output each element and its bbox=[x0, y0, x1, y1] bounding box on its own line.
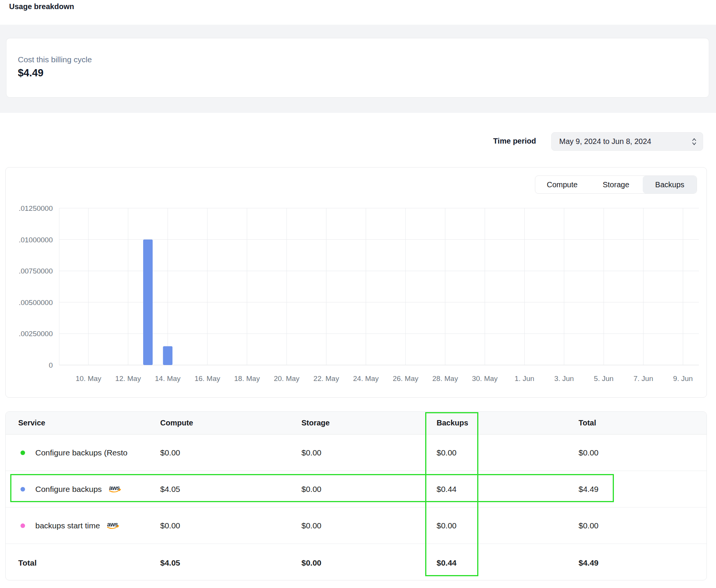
service-name: Configure backups bbox=[35, 485, 102, 494]
svg-text:aws: aws bbox=[109, 485, 120, 491]
x-axis-tick-label: 18. May bbox=[234, 375, 260, 383]
table-header-row: ServiceComputeStorageBackupsTotal bbox=[6, 412, 707, 435]
cell-backups: $0.44 bbox=[437, 471, 457, 507]
y-axis-tick-label: .00750000 bbox=[19, 267, 53, 275]
column-header-total: Total bbox=[579, 412, 596, 434]
billing-summary-card: Cost this billing cycle $4.49 bbox=[6, 38, 709, 98]
cell-total: $0.00 bbox=[579, 435, 599, 471]
total-cell-backups: $0.44 bbox=[437, 544, 457, 580]
table-row: Configure backupsaws$4.05$0.00$0.44$4.49 bbox=[6, 471, 707, 507]
x-axis-tick-label: 1. Jun bbox=[515, 375, 535, 383]
total-cell-storage: $0.00 bbox=[301, 544, 322, 580]
x-axis-tick-label: 22. May bbox=[314, 375, 339, 383]
x-axis-tick-label: 30. May bbox=[472, 375, 498, 383]
cell-compute: $0.00 bbox=[160, 435, 180, 471]
usage-breakdown-table: ServiceComputeStorageBackupsTotalConfigu… bbox=[5, 411, 707, 580]
time-period-value: May 9, 2024 to Jun 8, 2024 bbox=[552, 137, 692, 146]
table-row: backups start timeaws$0.00$0.00$0.00$0.0… bbox=[6, 507, 707, 544]
tab-compute[interactable]: Compute bbox=[535, 176, 589, 193]
series-dot-icon bbox=[21, 450, 25, 455]
billing-cycle-amount: $4.49 bbox=[18, 67, 709, 79]
column-header-backups: Backups bbox=[437, 412, 468, 434]
series-dot-icon bbox=[21, 523, 25, 528]
x-axis-tick-label: 5. Jun bbox=[594, 375, 613, 383]
tab-backups[interactable]: Backups bbox=[643, 176, 697, 193]
total-row-label: Total bbox=[18, 544, 37, 580]
x-axis-tick-label: 14. May bbox=[155, 375, 181, 383]
time-period-label: Time period bbox=[493, 137, 536, 145]
time-period-select[interactable]: May 9, 2024 to Jun 8, 2024 bbox=[551, 132, 703, 151]
y-axis-tick-label: .01250000 bbox=[19, 204, 53, 212]
x-axis-tick-label: 16. May bbox=[194, 375, 220, 383]
chart-metric-tabs: Compute Storage Backups bbox=[535, 175, 697, 194]
page-title: Usage breakdown bbox=[9, 2, 74, 11]
service-name: backups start time bbox=[35, 521, 100, 530]
total-cell-compute: $4.05 bbox=[160, 544, 180, 580]
service-cell: Configure backups (Resto bbox=[21, 435, 128, 471]
x-axis-tick-label: 10. May bbox=[76, 375, 101, 383]
x-axis-tick-label: 12. May bbox=[115, 375, 141, 383]
usage-breakdown-page: Usage breakdown Cost this billing cycle … bbox=[0, 0, 716, 588]
service-name: Configure backups (Resto bbox=[35, 448, 128, 457]
cell-total: $4.49 bbox=[579, 471, 599, 507]
x-axis-tick-label: 7. Jun bbox=[634, 375, 653, 383]
cell-backups: $0.00 bbox=[437, 507, 457, 544]
cell-total: $0.00 bbox=[579, 507, 599, 544]
service-cell: Configure backupsaws bbox=[21, 471, 122, 507]
cell-storage: $0.00 bbox=[301, 507, 322, 544]
series-dot-icon bbox=[21, 487, 25, 492]
bar-13-may[interactable] bbox=[143, 240, 153, 365]
billing-summary-band: Cost this billing cycle $4.49 bbox=[0, 25, 716, 113]
tab-storage[interactable]: Storage bbox=[589, 176, 643, 193]
x-axis-tick-label: 28. May bbox=[432, 375, 458, 383]
x-axis-tick-label: 20. May bbox=[274, 375, 300, 383]
cell-storage: $0.00 bbox=[301, 471, 322, 507]
column-header-compute: Compute bbox=[160, 412, 193, 434]
chevron-up-down-icon bbox=[692, 137, 697, 147]
x-axis-tick-label: 3. Jun bbox=[554, 375, 574, 383]
x-axis-tick-label: 26. May bbox=[393, 375, 418, 383]
total-cell-total: $4.49 bbox=[579, 544, 599, 580]
y-axis-tick-label: .00250000 bbox=[19, 330, 53, 338]
y-axis-tick-label: .01000000 bbox=[19, 236, 53, 244]
svg-text:aws: aws bbox=[107, 521, 118, 528]
cell-compute: $0.00 bbox=[160, 507, 180, 544]
service-cell: backups start timeaws bbox=[21, 507, 120, 544]
backups-usage-bar-chart: .01250000.01000000.00750000.00500000.002… bbox=[6, 168, 707, 398]
column-header-service: Service bbox=[18, 412, 45, 434]
x-axis-tick-label: 24. May bbox=[353, 375, 379, 383]
x-axis-tick-label: 9. Jun bbox=[673, 375, 693, 383]
cell-compute: $4.05 bbox=[160, 471, 180, 507]
y-axis-tick-label: 0 bbox=[49, 361, 53, 369]
table-row: Configure backups (Resto$0.00$0.00$0.00$… bbox=[6, 435, 707, 471]
billing-cycle-label: Cost this billing cycle bbox=[18, 55, 709, 64]
aws-logo-icon: aws bbox=[106, 521, 120, 530]
table-total-row: Total$4.05$0.00$0.44$4.49 bbox=[6, 544, 707, 580]
y-axis-tick-label: .00500000 bbox=[19, 299, 53, 307]
cell-backups: $0.00 bbox=[437, 435, 457, 471]
cell-storage: $0.00 bbox=[301, 435, 322, 471]
column-header-storage: Storage bbox=[301, 412, 330, 434]
aws-logo-icon: aws bbox=[108, 484, 122, 494]
usage-chart-panel: .01250000.01000000.00750000.00500000.002… bbox=[5, 167, 707, 398]
bar-14-may[interactable] bbox=[163, 346, 172, 365]
